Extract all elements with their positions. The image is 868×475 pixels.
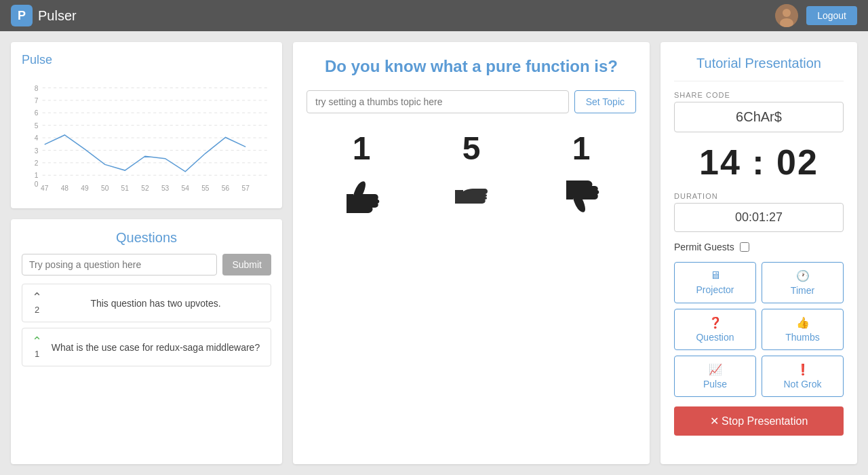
svg-text:0: 0 xyxy=(35,180,39,188)
permit-guests-row: Permit Guests xyxy=(674,242,844,252)
upvote-icon-1[interactable]: ⌃ xyxy=(32,291,42,303)
not-grok-label: Not Grok xyxy=(783,379,821,390)
thumbs-card: Do you know what a pure function is? Set… xyxy=(293,42,650,464)
stop-presentation-button[interactable]: ✕ Stop Presentation xyxy=(674,406,844,436)
thumbs-down-count: 1 xyxy=(572,130,591,167)
pulse-mode-icon: 📈 xyxy=(709,363,722,376)
submit-question-button[interactable]: Submit xyxy=(222,254,271,276)
svg-text:55: 55 xyxy=(201,185,210,192)
vote-count-1: 2 xyxy=(35,305,39,315)
app-header: P Pulser Logout xyxy=(0,0,868,31)
question-mode-icon: ❓ xyxy=(709,316,722,329)
thumbs-up-icon xyxy=(340,175,383,221)
vote-count-2: 1 xyxy=(35,349,39,359)
thumbs-mode-label: Thumbs xyxy=(785,332,820,343)
question-input[interactable] xyxy=(22,254,217,276)
svg-text:51: 51 xyxy=(121,185,130,192)
pulse-mode-label: Pulse xyxy=(703,379,727,390)
share-code-field[interactable] xyxy=(674,102,844,132)
share-code-label: SHARE CODE xyxy=(674,91,844,99)
share-code-section: SHARE CODE xyxy=(674,91,844,132)
duration-section: DURATION xyxy=(674,192,844,232)
questions-card: Questions Submit ⌃ 2 This question has t… xyxy=(11,219,282,464)
projector-icon: 🖥 xyxy=(710,269,721,282)
thumbs-neutral-count: 5 xyxy=(462,130,481,167)
avatar xyxy=(775,4,798,27)
left-column: Pulse 8 7 6 5 4 xyxy=(11,42,282,464)
svg-text:1: 1 xyxy=(35,172,39,179)
not-grok-button[interactable]: ❗ Not Grok xyxy=(762,356,844,397)
not-grok-icon: ❗ xyxy=(796,363,810,376)
set-topic-button[interactable]: Set Topic xyxy=(574,90,636,113)
app-title: Pulser xyxy=(38,8,77,24)
header-left: P Pulser xyxy=(11,5,77,26)
svg-text:49: 49 xyxy=(81,185,89,192)
svg-text:5: 5 xyxy=(35,122,39,130)
question-input-row: Submit xyxy=(22,254,271,276)
svg-text:7: 7 xyxy=(35,97,39,104)
timer-label: Timer xyxy=(791,285,814,296)
svg-text:47: 47 xyxy=(41,185,49,192)
timer-button[interactable]: 🕐 Timer xyxy=(762,262,844,303)
svg-point-1 xyxy=(783,9,791,17)
question-mode-label: Question xyxy=(696,332,734,343)
questions-title: Questions xyxy=(22,230,271,246)
thumbs-mode-button[interactable]: 👍 Thumbs xyxy=(762,309,844,350)
main-content: Pulse 8 7 6 5 4 xyxy=(0,31,868,475)
middle-column: Do you know what a pure function is? Set… xyxy=(293,42,650,464)
svg-text:50: 50 xyxy=(101,185,109,192)
projector-label: Projector xyxy=(696,284,734,295)
thumbs-topic-row: Set Topic xyxy=(307,90,636,113)
question-mode-button[interactable]: ❓ Question xyxy=(674,309,756,350)
svg-text:53: 53 xyxy=(161,185,170,192)
thumbs-counts: 1 5 1 xyxy=(307,130,636,167)
projector-button[interactable]: 🖥 Projector xyxy=(674,262,756,303)
svg-text:54: 54 xyxy=(182,185,190,192)
pulse-title: Pulse xyxy=(22,53,271,67)
svg-text:56: 56 xyxy=(222,185,230,192)
svg-text:4: 4 xyxy=(35,134,39,142)
question-item-2: ⌃ 1 What is the use case for redux-saga … xyxy=(22,328,271,366)
chart-svg: 8 7 6 5 4 3 2 1 0 47 48 49 50 51 52 53 xyxy=(22,75,271,197)
upvote-section-1: ⌃ 2 xyxy=(32,291,42,315)
presentation-title: Tutorial Presentation xyxy=(674,56,844,71)
upvote-icon-2[interactable]: ⌃ xyxy=(32,335,42,347)
right-column: Tutorial Presentation SHARE CODE 14 : 02… xyxy=(660,42,857,464)
action-grid: 🖥 Projector 🕐 Timer ❓ Question 👍 Thumbs … xyxy=(674,262,844,397)
duration-label: DURATION xyxy=(674,192,844,200)
svg-text:2: 2 xyxy=(35,159,39,167)
pulse-mode-button[interactable]: 📈 Pulse xyxy=(674,356,756,397)
thumbs-up-count: 1 xyxy=(353,130,371,167)
logout-button[interactable]: Logout xyxy=(806,6,857,25)
thumbs-icons xyxy=(307,175,636,221)
pulse-card: Pulse 8 7 6 5 4 xyxy=(11,42,282,208)
thumbs-down-icon xyxy=(559,175,603,221)
thumbs-question: Do you know what a pure function is? xyxy=(307,56,636,77)
thumbs-topic-input[interactable] xyxy=(307,90,569,113)
question-item: ⌃ 2 This question has two upvotes. xyxy=(22,284,271,322)
question-text-2: What is the use case for redux-saga midd… xyxy=(50,342,261,353)
duration-field[interactable] xyxy=(674,203,844,232)
header-right: Logout xyxy=(775,4,857,27)
divider-1 xyxy=(674,81,844,81)
svg-text:57: 57 xyxy=(241,185,250,192)
timer-icon: 🕐 xyxy=(796,269,810,282)
permit-guests-label: Permit Guests xyxy=(674,242,734,252)
permit-guests-checkbox[interactable] xyxy=(740,242,749,252)
thumbs-mode-icon: 👍 xyxy=(796,316,810,329)
svg-text:52: 52 xyxy=(141,185,149,192)
app-logo-icon: P xyxy=(11,5,33,26)
svg-text:3: 3 xyxy=(35,147,39,155)
svg-text:8: 8 xyxy=(35,85,39,92)
upvote-section-2: ⌃ 1 xyxy=(32,335,42,359)
pulse-chart: 8 7 6 5 4 3 2 1 0 47 48 49 50 51 52 53 xyxy=(22,75,271,197)
timer-display: 14 : 02 xyxy=(674,142,844,183)
svg-text:6: 6 xyxy=(35,109,39,117)
question-text-1: This question has two upvotes. xyxy=(50,298,261,309)
question-list: ⌃ 2 This question has two upvotes. ⌃ 1 W… xyxy=(22,284,271,366)
svg-text:48: 48 xyxy=(61,185,69,192)
thumbs-neutral-icon xyxy=(450,175,493,221)
